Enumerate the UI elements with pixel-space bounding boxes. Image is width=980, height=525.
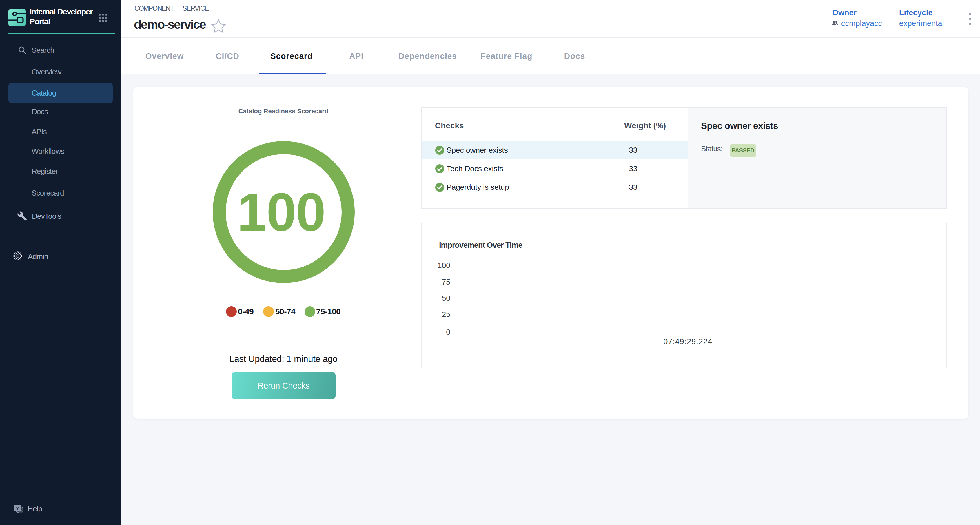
svg-text:?: ?: [16, 506, 19, 511]
